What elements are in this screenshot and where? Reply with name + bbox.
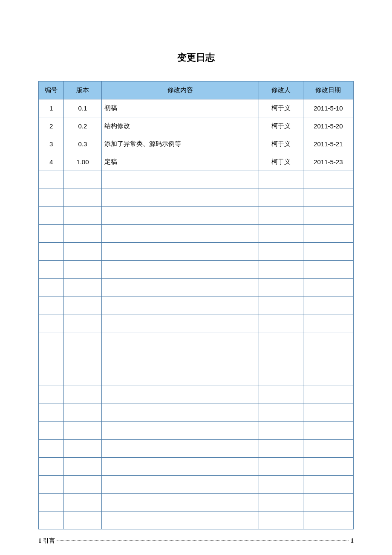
cell-author bbox=[259, 261, 303, 279]
cell-date bbox=[303, 225, 353, 243]
cell-author: 柯于义 bbox=[259, 153, 303, 171]
cell-id bbox=[39, 476, 64, 494]
cell-date bbox=[303, 171, 353, 189]
cell-id bbox=[39, 279, 64, 296]
cell-version bbox=[64, 494, 102, 511]
table-row bbox=[39, 368, 354, 386]
cell-author bbox=[259, 511, 303, 529]
cell-content: 定稿 bbox=[101, 153, 259, 171]
table-row bbox=[39, 207, 354, 225]
cell-id bbox=[39, 422, 64, 440]
table-row bbox=[39, 314, 354, 332]
cell-id: 4 bbox=[39, 153, 64, 171]
cell-author bbox=[259, 296, 303, 314]
cell-author bbox=[259, 189, 303, 207]
cell-date bbox=[303, 314, 353, 332]
cell-version: 0.2 bbox=[64, 117, 102, 135]
cell-version bbox=[64, 476, 102, 494]
cell-date bbox=[303, 296, 353, 314]
cell-id bbox=[39, 296, 64, 314]
cell-id bbox=[39, 189, 64, 207]
table-row: 10.1初稿柯于义2011-5-10 bbox=[39, 99, 354, 117]
header-content: 修改内容 bbox=[101, 81, 259, 99]
cell-version: 0.3 bbox=[64, 135, 102, 153]
cell-id bbox=[39, 458, 64, 476]
cell-author bbox=[259, 458, 303, 476]
cell-date bbox=[303, 494, 353, 511]
table-row: 20.2结构修改柯于义2011-5-20 bbox=[39, 117, 354, 135]
cell-date bbox=[303, 386, 353, 404]
table-header-row: 编号 版本 修改内容 修改人 修改日期 bbox=[39, 81, 354, 99]
cell-author: 柯于义 bbox=[259, 135, 303, 153]
cell-date bbox=[303, 332, 353, 350]
changelog-table: 编号 版本 修改内容 修改人 修改日期 10.1初稿柯于义2011-5-1020… bbox=[38, 81, 354, 529]
cell-author bbox=[259, 440, 303, 458]
cell-content bbox=[101, 189, 259, 207]
cell-id bbox=[39, 171, 64, 189]
table-row bbox=[39, 243, 354, 261]
cell-id bbox=[39, 511, 64, 529]
cell-content: 初稿 bbox=[101, 99, 259, 117]
table-row: 41.00定稿柯于义2011-5-23 bbox=[39, 153, 354, 171]
cell-date bbox=[303, 440, 353, 458]
cell-author bbox=[259, 207, 303, 225]
cell-version bbox=[64, 511, 102, 529]
cell-id bbox=[39, 350, 64, 368]
cell-content bbox=[101, 422, 259, 440]
table-row bbox=[39, 494, 354, 511]
cell-id: 2 bbox=[39, 117, 64, 135]
table-row bbox=[39, 350, 354, 368]
cell-id bbox=[39, 225, 64, 243]
cell-date bbox=[303, 207, 353, 225]
cell-date bbox=[303, 279, 353, 296]
cell-id bbox=[39, 440, 64, 458]
document-page: 变更日志 编号 版本 修改内容 修改人 修改日期 10.1初稿柯于义2011-5… bbox=[0, 0, 392, 555]
cell-author bbox=[259, 422, 303, 440]
cell-id: 1 bbox=[39, 99, 64, 117]
table-row bbox=[39, 332, 354, 350]
header-date: 修改日期 bbox=[303, 81, 353, 99]
cell-date bbox=[303, 458, 353, 476]
cell-version bbox=[64, 261, 102, 279]
cell-id bbox=[39, 368, 64, 386]
cell-date bbox=[303, 404, 353, 422]
table-row bbox=[39, 279, 354, 296]
table-row bbox=[39, 476, 354, 494]
cell-content: 结构修改 bbox=[101, 117, 259, 135]
cell-version bbox=[64, 440, 102, 458]
cell-content bbox=[101, 350, 259, 368]
cell-content bbox=[101, 404, 259, 422]
cell-version bbox=[64, 171, 102, 189]
cell-author bbox=[259, 279, 303, 296]
cell-author bbox=[259, 243, 303, 261]
table-row bbox=[39, 386, 354, 404]
cell-author bbox=[259, 350, 303, 368]
toc-page: 1 bbox=[351, 538, 354, 544]
cell-date bbox=[303, 350, 353, 368]
table-row bbox=[39, 296, 354, 314]
toc-dots bbox=[57, 540, 349, 541]
cell-id bbox=[39, 314, 64, 332]
table-row bbox=[39, 261, 354, 279]
cell-author bbox=[259, 386, 303, 404]
cell-version bbox=[64, 386, 102, 404]
table-row bbox=[39, 440, 354, 458]
cell-date: 2011-5-10 bbox=[303, 99, 353, 117]
cell-content bbox=[101, 296, 259, 314]
cell-content bbox=[101, 261, 259, 279]
cell-author bbox=[259, 368, 303, 386]
cell-id bbox=[39, 494, 64, 511]
cell-id bbox=[39, 261, 64, 279]
table-row bbox=[39, 225, 354, 243]
cell-author bbox=[259, 404, 303, 422]
header-id: 编号 bbox=[39, 81, 64, 99]
cell-content bbox=[101, 386, 259, 404]
table-row: 30.3添加了异常类、源码示例等柯于义2011-5-21 bbox=[39, 135, 354, 153]
cell-version bbox=[64, 404, 102, 422]
cell-content bbox=[101, 368, 259, 386]
cell-date bbox=[303, 368, 353, 386]
cell-version bbox=[64, 225, 102, 243]
cell-version bbox=[64, 279, 102, 296]
cell-author bbox=[259, 476, 303, 494]
cell-author: 柯于义 bbox=[259, 117, 303, 135]
